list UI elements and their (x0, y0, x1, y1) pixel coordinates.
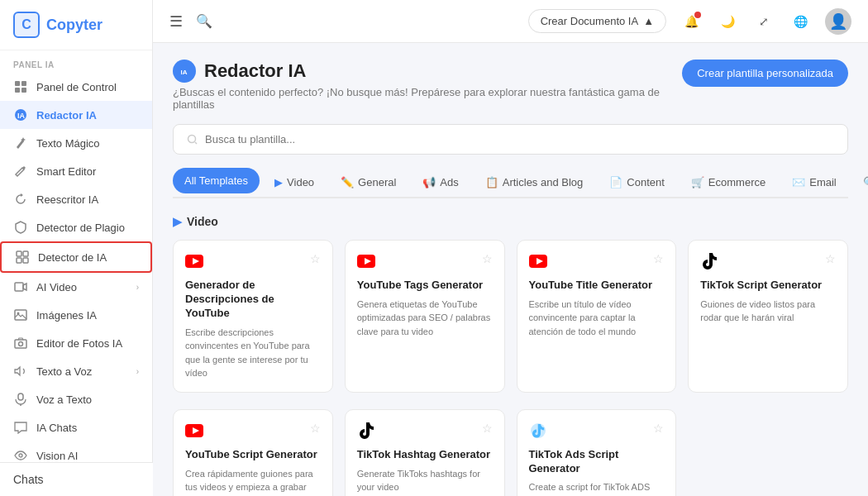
svg-rect-7 (23, 251, 28, 256)
dark-mode-icon[interactable]: 🌙 (716, 10, 739, 33)
tab-ads[interactable]: 📢 Ads (411, 169, 470, 195)
search-box (173, 124, 848, 155)
card-title: YouTube Script Generator (185, 448, 321, 462)
star-icon[interactable]: ☆ (310, 252, 321, 265)
star-icon[interactable]: ☆ (482, 252, 493, 265)
tab-label: All Templates (184, 174, 248, 187)
sidebar-item-label: Panel de Control (36, 81, 139, 93)
svg-text:IA: IA (17, 112, 26, 120)
user-avatar[interactable]: 👤 (825, 8, 851, 35)
sidebar-item-voz-texto[interactable]: Voz a Texto (0, 385, 152, 413)
main-content: ☰ 🔍 Crear Documento IA ▲ 🔔 🌙 ⤢ 🌐 👤 IA Re… (153, 0, 868, 496)
sidebar-item-reescritor[interactable]: Reescritor IA (0, 185, 152, 213)
tab-articles[interactable]: 📋 Articles and Blog (474, 169, 595, 195)
sidebar-item-smart-editor[interactable]: Smart Editor (0, 157, 152, 185)
logo-text: Copyter (46, 17, 103, 34)
svg-rect-3 (21, 88, 26, 93)
page-title: Redactor IA (204, 60, 306, 82)
search-input[interactable] (205, 133, 834, 145)
tab-label: General (358, 176, 396, 188)
video-section-icon: ▶ (173, 215, 182, 228)
notifications-icon[interactable]: 🔔 (680, 10, 703, 33)
video-cards-row2: ☆ YouTube Script Generator Crea rápidame… (173, 409, 848, 496)
sidebar-item-redactor-ia[interactable]: IA Redactor IA (0, 101, 152, 129)
sidebar-item-label: Reescritor IA (36, 193, 139, 206)
card-yt-script[interactable]: ☆ YouTube Script Generator Crea rápidame… (173, 409, 333, 496)
ads-tab-icon: 📢 (422, 176, 436, 188)
svg-rect-8 (17, 258, 21, 263)
sidebar-item-label: Editor de Fotos IA (36, 337, 139, 350)
tab-general[interactable]: ✏️ General (329, 169, 408, 195)
card-tiktok-ads[interactable]: ☆ TikTok Ads Script Generator Create a s… (517, 409, 677, 496)
sidebar-item-texto-voz[interactable]: Texto a Voz › (0, 357, 152, 385)
star-icon[interactable]: ☆ (825, 252, 836, 265)
tab-all-templates[interactable]: All Templates (173, 168, 260, 193)
create-doc-button[interactable]: Crear Documento IA ▲ (528, 9, 666, 33)
card-desc: Crea rápidamente guiones para tus videos… (185, 467, 321, 494)
sidebar-item-editor-fotos[interactable]: Editor de Fotos IA (0, 329, 152, 357)
card-yt-tags[interactable]: ☆ YouTube Tags Generator Genera etiqueta… (345, 240, 505, 393)
star-icon[interactable]: ☆ (653, 252, 664, 265)
search-icon[interactable]: 🔍 (196, 13, 212, 29)
tab-seo[interactable]: 🔍 SEO (851, 169, 868, 195)
svg-rect-10 (15, 283, 23, 291)
search-field-icon (187, 134, 198, 145)
tab-email[interactable]: ✉️ Email (780, 169, 848, 195)
video-section-heading: ▶ Video (173, 215, 848, 228)
camera-icon (13, 336, 28, 351)
mic-icon (13, 392, 28, 407)
create-template-button[interactable]: Crear plantilla personalizada (682, 60, 848, 87)
video-tab-icon: ▶ (274, 176, 283, 188)
card-tiktok-hashtag[interactable]: ☆ TikTok Hashtag Generator Generate TikT… (345, 409, 505, 496)
sidebar-item-ia-chats[interactable]: IA Chats (0, 413, 152, 441)
sidebar-item-texto-magico[interactable]: Texto Mágico (0, 129, 152, 157)
sidebar-item-label: Smart Editor (36, 165, 139, 178)
tab-label: Video (287, 176, 314, 188)
tab-ecommerce[interactable]: 🛒 Ecommerce (680, 169, 777, 195)
sidebar-item-ai-video[interactable]: AI Video › (0, 273, 152, 301)
svg-rect-6 (17, 251, 21, 256)
sidebar-item-detector-plagio[interactable]: Detector de Plagio (0, 213, 152, 241)
page-title-row: IA Redactor IA (173, 60, 682, 83)
card-title: TikTok Hashtag Generator (357, 448, 493, 462)
sidebar-item-label: Detector de IA (38, 251, 137, 264)
sidebar-item-label: Vision AI (36, 450, 139, 462)
card-yt-title[interactable]: ☆ YouTube Title Generator Escribe un tít… (517, 240, 677, 393)
card-desc: Generate TikToks hashtags for your video (357, 467, 493, 494)
sidebar-section-label: PANEL IA (0, 50, 152, 73)
card-title: Generador de Descripciones de YouTube (185, 279, 321, 321)
card-top: ☆ (357, 252, 493, 270)
topbar: ☰ 🔍 Crear Documento IA ▲ 🔔 🌙 ⤢ 🌐 👤 (153, 0, 868, 43)
star-icon[interactable]: ☆ (482, 422, 493, 435)
eye-icon (13, 448, 28, 463)
language-icon[interactable]: 🌐 (789, 10, 812, 33)
video-icon (13, 279, 28, 294)
tab-label: Content (627, 176, 665, 188)
svg-point-17 (19, 454, 22, 457)
card-top: ☆ (357, 422, 493, 440)
redactor-icon: IA (13, 107, 28, 122)
tab-content[interactable]: 📄 Content (598, 169, 676, 195)
star-icon[interactable]: ☆ (310, 422, 321, 435)
tab-video[interactable]: ▶ Video (263, 169, 326, 195)
sidebar-item-imagenes[interactable]: Imágenes IA (0, 301, 152, 329)
sidebar-item-detector-ia[interactable]: Detector de IA (0, 241, 152, 273)
fullscreen-icon[interactable]: ⤢ (752, 10, 775, 33)
menu-icon[interactable]: ☰ (169, 12, 183, 31)
sidebar-item-label: Voz a Texto (36, 393, 139, 406)
chats-bar[interactable]: Chats (0, 462, 153, 496)
card-yt-desc[interactable]: ☆ Generador de Descripciones de YouTube … (173, 240, 333, 393)
pen-icon (13, 164, 28, 179)
star-icon[interactable]: ☆ (653, 422, 664, 435)
image-icon (13, 308, 28, 322)
card-top: ☆ (185, 252, 321, 270)
youtube-icon (529, 252, 547, 270)
svg-text:IA: IA (181, 69, 188, 76)
logo[interactable]: C Copyter (0, 0, 152, 50)
card-tiktok-script[interactable]: ☆ TikTok Script Generator Guiones de vid… (688, 240, 848, 393)
sidebar-item-label: AI Video (36, 281, 128, 293)
card-title: TikTok Ads Script Generator (529, 448, 665, 476)
sidebar-item-panel-control[interactable]: Panel de Control (0, 73, 152, 101)
grid-icon (13, 79, 28, 94)
card-desc: Escribe un título de vídeo convincente p… (529, 298, 665, 339)
